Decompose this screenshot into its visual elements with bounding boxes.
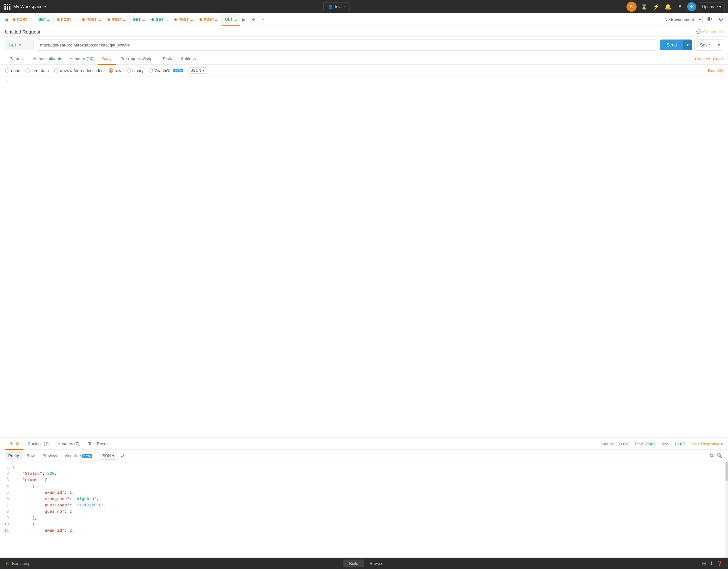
layout-button[interactable]: ⊞ bbox=[702, 560, 706, 566]
tab-item-active[interactable]: GET ... bbox=[222, 13, 240, 26]
radio-urlencoded[interactable]: x-www-form-urlencoded bbox=[54, 68, 104, 73]
top-nav-left: My Workspace ▾ bbox=[3, 3, 46, 11]
url-input[interactable] bbox=[36, 40, 657, 51]
tab-tests[interactable]: Tests bbox=[158, 53, 176, 65]
tab-prerequest[interactable]: Pre-request Script bbox=[116, 53, 158, 65]
browse-button[interactable]: Browse bbox=[364, 560, 389, 567]
code-button[interactable]: Code bbox=[713, 57, 723, 61]
notifications-button[interactable]: 🔔 bbox=[663, 2, 673, 11]
tab-item[interactable]: POST ... bbox=[196, 13, 222, 26]
resp-status-area: Status: 200 OK Time: 76ms Size: 1.13 KB … bbox=[601, 442, 723, 446]
refresh-icon: ↻ bbox=[630, 4, 634, 10]
radio-circle-raw bbox=[109, 68, 113, 73]
json-format-dropdown[interactable]: JSON ▾ bbox=[188, 67, 207, 74]
radio-none[interactable]: none bbox=[5, 68, 20, 73]
authorization-label: Authorization bbox=[33, 56, 57, 61]
json-line-num: 9 bbox=[0, 515, 13, 521]
cookies-button[interactable]: Cookies bbox=[695, 57, 710, 61]
tab-add-button[interactable]: + bbox=[249, 15, 258, 24]
json-line-content: "exam_id": 1, bbox=[13, 490, 728, 496]
tab-item[interactable]: GET ... bbox=[148, 13, 171, 26]
build-button[interactable]: Build bbox=[343, 560, 364, 567]
beautify-button[interactable]: Beautify bbox=[708, 68, 723, 73]
resp-view-tab-visualize[interactable]: Visualize BETA bbox=[61, 452, 95, 460]
tab-item[interactable]: GET ... bbox=[35, 13, 54, 26]
json-line-content: }, bbox=[13, 515, 728, 521]
radio-binary[interactable]: binary bbox=[126, 68, 144, 73]
tab-method-label: GET ... bbox=[38, 17, 50, 22]
tab-forward-button[interactable]: ▶ bbox=[240, 17, 248, 22]
tab-settings[interactable]: Settings bbox=[176, 53, 200, 65]
tab-item[interactable]: POST ... bbox=[10, 13, 35, 26]
upgrade-button[interactable]: Upgrade ▾ bbox=[699, 3, 725, 11]
settings-button[interactable]: ⚙ bbox=[716, 15, 725, 24]
tab-more-button[interactable]: ··· bbox=[259, 15, 268, 24]
response-area: Body Cookies (1) Headers (7) Test Result… bbox=[0, 437, 728, 558]
tab-item[interactable]: GET ... bbox=[130, 13, 148, 26]
comments-button[interactable]: 💬 Comments bbox=[696, 29, 723, 34]
tab-headers[interactable]: Headers (10) bbox=[65, 53, 98, 65]
tests-label: Tests bbox=[163, 56, 172, 61]
resp-view-tab-pretty[interactable]: Pretty bbox=[5, 452, 22, 460]
bootcamp-button[interactable]: 🎓 Bootcamp bbox=[5, 561, 31, 566]
save-button[interactable]: Save bbox=[695, 40, 715, 50]
json-line-num: 1 bbox=[0, 464, 13, 471]
send-button[interactable]: Send bbox=[660, 40, 683, 50]
user-avatar-button[interactable]: + bbox=[687, 2, 696, 11]
tab-item[interactable]: POST ... bbox=[54, 13, 79, 26]
radio-form-data[interactable]: form-data bbox=[25, 68, 49, 73]
tab-bar: ◀ POST ... GET ... POST ... POST ... POS… bbox=[0, 13, 728, 26]
json-line-num: 6 bbox=[0, 496, 13, 502]
json-line-num: 2 bbox=[0, 471, 13, 477]
eye-button[interactable]: 👁 bbox=[705, 15, 714, 24]
help-button[interactable]: ❓ bbox=[717, 560, 723, 566]
resp-tab-cookies[interactable]: Cookies (1) bbox=[23, 438, 53, 450]
scroll-bar[interactable] bbox=[725, 462, 728, 558]
json-line: 6 "exam_name": "Algebra", bbox=[0, 496, 728, 502]
radio-graphql[interactable]: GraphQL BETA bbox=[149, 68, 183, 73]
history-button[interactable]: ⌛ bbox=[639, 2, 649, 11]
history-icon: ⌛ bbox=[641, 3, 647, 10]
tab-dot bbox=[82, 18, 85, 21]
tab-method-label: POST ... bbox=[61, 17, 76, 22]
resp-view-tab-raw[interactable]: Raw bbox=[23, 452, 38, 460]
tab-item[interactable]: POST ... bbox=[79, 13, 104, 26]
graphql-label: GraphQL bbox=[155, 68, 171, 73]
json-line-content: { bbox=[13, 521, 728, 528]
send-dropdown-button[interactable]: ▾ bbox=[683, 40, 692, 50]
tab-item[interactable]: POST ... bbox=[171, 13, 196, 26]
resp-tab-body[interactable]: Body bbox=[5, 438, 23, 450]
method-select[interactable]: GET ▾ bbox=[5, 40, 34, 50]
resp-tab-headers[interactable]: Headers (7) bbox=[53, 438, 84, 450]
runner-button[interactable]: ⚡ bbox=[651, 2, 661, 11]
scroll-thumb[interactable] bbox=[725, 462, 728, 481]
chevron-left-icon: ◀ bbox=[4, 17, 8, 22]
resp-view-tab-preview[interactable]: Preview bbox=[39, 452, 60, 460]
tab-back-button[interactable]: ◀ bbox=[3, 17, 10, 22]
raw-view-label: Raw bbox=[27, 453, 35, 458]
plus-icon: + bbox=[690, 4, 693, 9]
bell-icon: 🔔 bbox=[665, 3, 671, 10]
search-response-button[interactable]: 🔍 bbox=[717, 453, 723, 459]
grid-menu-button[interactable] bbox=[3, 3, 11, 11]
download-button[interactable]: ⬇ bbox=[709, 560, 713, 566]
tab-authorization[interactable]: Authorization bbox=[28, 53, 65, 65]
workspace-button[interactable]: My Workspace ▾ bbox=[13, 4, 46, 9]
environment-select[interactable]: No Environment bbox=[660, 15, 703, 24]
code-editor[interactable]: 1 bbox=[0, 77, 728, 437]
copy-response-button[interactable]: ⧉ bbox=[710, 453, 713, 459]
tab-item[interactable]: POST ... bbox=[104, 13, 130, 26]
wrap-lines-button[interactable]: ⇄ bbox=[118, 452, 127, 459]
save-dropdown-button[interactable]: ▾ bbox=[715, 40, 723, 50]
heart-button[interactable]: ♥ bbox=[675, 2, 685, 11]
refresh-button[interactable]: ↻ bbox=[626, 2, 637, 12]
json-response[interactable]: 1 { 2 "Status": 200, 3 "exams": [ 4 bbox=[0, 462, 728, 558]
resp-format-dropdown[interactable]: JSON ▾ bbox=[98, 452, 117, 460]
tab-body[interactable]: Body bbox=[98, 53, 116, 65]
radio-raw[interactable]: raw bbox=[109, 68, 121, 73]
invite-button[interactable]: 👤 Invite bbox=[323, 3, 349, 11]
save-response-button[interactable]: Save Response ▾ bbox=[690, 442, 723, 446]
headers-label: Headers bbox=[70, 56, 85, 61]
tab-params[interactable]: Params bbox=[5, 53, 28, 65]
resp-tab-testresults[interactable]: Test Results bbox=[84, 438, 115, 450]
